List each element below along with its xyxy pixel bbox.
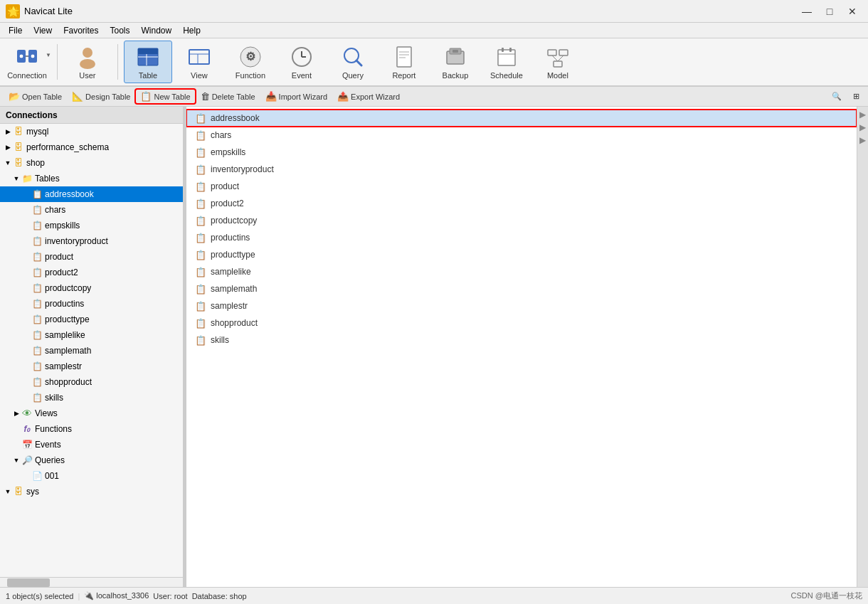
table-row-samplestr[interactable]: 📋 samplestr	[186, 297, 857, 314]
samplemath-icon: 📋	[31, 345, 43, 356]
sidebar-item-inventoryproduct[interactable]: 📋 inventoryproduct	[0, 233, 183, 249]
user-button[interactable]: User	[63, 41, 112, 83]
new-table-button[interactable]: 📋 New Table	[136, 90, 194, 103]
connection-icon	[14, 44, 40, 70]
table-row-samplemath[interactable]: 📋 samplemath	[186, 280, 857, 297]
user-icon	[75, 44, 100, 70]
model-button[interactable]: Model	[534, 41, 582, 83]
query-button[interactable]: Query	[329, 41, 377, 83]
sidebar-item-productins[interactable]: 📋 productins	[0, 296, 183, 312]
expand-shop[interactable]: ▼	[3, 158, 13, 168]
expand-mysql[interactable]: ▶	[3, 127, 13, 137]
menu-favorites[interactable]: Favorites	[58, 24, 104, 37]
function-button[interactable]: ⚙ Function	[226, 41, 275, 83]
table-row-producttype[interactable]: 📋 producttype	[186, 246, 857, 263]
productcopy-label: productcopy	[45, 283, 91, 293]
table-row-productins[interactable]: 📋 productins	[186, 229, 857, 246]
sidebar-item-product2[interactable]: 📋 product2	[0, 265, 183, 280]
expand-performance-schema[interactable]: ▶	[3, 142, 13, 152]
sidebar-item-001[interactable]: 📄 001	[0, 468, 183, 484]
delete-table-button[interactable]: 🗑 Delete Table	[196, 90, 260, 103]
sidebar-item-tables[interactable]: ▼ 📁 Tables	[0, 171, 183, 186]
table-row-product[interactable]: 📋 product	[186, 178, 857, 195]
skills-icon: 📋	[31, 392, 43, 403]
open-table-button[interactable]: 📂 Open Table	[4, 90, 66, 103]
event-button[interactable]: Event	[277, 41, 326, 83]
search-button[interactable]: 🔍	[827, 90, 846, 102]
connection-toolbar-btn[interactable]: Connection	[6, 41, 48, 83]
table-row-product2[interactable]: 📋 product2	[186, 195, 857, 212]
sidebar-item-addressbook[interactable]: 📋 addressbook	[0, 186, 183, 202]
sidebar-tree: ▶ 🗄 mysql ▶ 🗄 performance_schema ▼ 🗄 sho…	[0, 124, 183, 577]
connection-arrow[interactable]: ▼	[46, 52, 51, 58]
sidebar-item-shopproduct[interactable]: 📋 shopproduct	[0, 374, 183, 390]
sidebar-item-samplelike[interactable]: 📋 samplelike	[0, 327, 183, 343]
close-button[interactable]: ✕	[842, 4, 862, 18]
menu-window[interactable]: Window	[136, 24, 178, 37]
design-table-button[interactable]: 📐 Design Table	[68, 90, 134, 103]
grid-view-button[interactable]: ⊞	[849, 90, 864, 102]
content-area: 📋 addressbook 📋 chars 📋 empskills 📋 inve…	[186, 107, 857, 587]
menu-help[interactable]: Help	[177, 24, 206, 37]
productins-icon: 📋	[31, 298, 43, 309]
sidebar-item-queries[interactable]: ▼ 🔎 Queries	[0, 452, 183, 468]
minimize-button[interactable]: —	[797, 4, 817, 18]
action-bar: 📂 Open Table 📐 Design Table 📋 New Table …	[0, 87, 868, 107]
expand-tables[interactable]: ▼	[11, 174, 21, 184]
connection-button[interactable]: Connection ▼	[6, 41, 51, 83]
menu-view[interactable]: View	[28, 24, 58, 37]
inventoryproduct-icon: 📋	[31, 235, 43, 247]
window-controls[interactable]: — □ ✕	[797, 4, 862, 18]
sidebar-item-views[interactable]: ▶ 👁 Views	[0, 406, 183, 421]
table-row-shopproduct[interactable]: 📋 shopproduct	[186, 314, 857, 332]
productcopy-icon: 📋	[31, 282, 43, 294]
sidebar-item-events[interactable]: 📅 Events	[0, 437, 183, 452]
menu-file[interactable]: File	[3, 24, 28, 37]
sidebar-hscroll[interactable]	[0, 577, 183, 587]
expand-inventoryproduct[interactable]	[21, 236, 31, 246]
expand-chars[interactable]	[21, 205, 31, 215]
sidebar-item-shop[interactable]: ▼ 🗄 shop	[0, 155, 183, 171]
right-panel-icon-2[interactable]: ▶	[859, 122, 866, 132]
schedule-button[interactable]: Schedule	[482, 41, 531, 83]
report-button[interactable]: Report	[380, 41, 428, 83]
table-row-addressbook[interactable]: 📋 addressbook	[186, 110, 857, 127]
import-wizard-button[interactable]: 📥 Import Wizard	[261, 90, 332, 103]
functions-label: Functions	[35, 424, 72, 434]
sidebar-item-mysql[interactable]: ▶ 🗄 mysql	[0, 124, 183, 139]
sidebar-item-performance-schema[interactable]: ▶ 🗄 performance_schema	[0, 139, 183, 155]
sidebar-item-productcopy[interactable]: 📋 productcopy	[0, 280, 183, 296]
table-row-empskills[interactable]: 📋 empskills	[186, 144, 857, 161]
sidebar-item-functions[interactable]: f₀ Functions	[0, 421, 183, 437]
table-row-inventoryproduct[interactable]: 📋 inventoryproduct	[186, 161, 857, 178]
menu-tools[interactable]: Tools	[105, 24, 136, 37]
sidebar-item-producttype[interactable]: 📋 producttype	[0, 312, 183, 327]
sidebar-item-product[interactable]: 📋 product	[0, 249, 183, 265]
view-button[interactable]: View	[175, 41, 223, 83]
table-button[interactable]: Table	[124, 41, 172, 83]
table-row-skills[interactable]: 📋 skills	[186, 332, 857, 349]
table-row-productcopy[interactable]: 📋 productcopy	[186, 212, 857, 229]
sidebar-item-samplestr[interactable]: 📋 samplestr	[0, 359, 183, 374]
backup-button[interactable]: Backup	[431, 41, 480, 83]
right-panel-icon-3[interactable]: ▶	[859, 135, 866, 145]
maximize-button[interactable]: □	[820, 4, 840, 18]
export-wizard-button[interactable]: 📤 Export Wizard	[333, 90, 404, 103]
expand-empskills[interactable]	[21, 221, 31, 231]
sidebar-item-sys[interactable]: ▼ 🗄 sys	[0, 484, 183, 499]
svg-line-36	[558, 55, 563, 61]
expand-addressbook[interactable]	[21, 189, 31, 199]
sidebar-item-skills[interactable]: 📋 skills	[0, 390, 183, 406]
productins-content-label: productins	[211, 233, 250, 243]
empskills-content-icon: 📋	[195, 147, 206, 158]
sidebar-item-chars[interactable]: 📋 chars	[0, 202, 183, 218]
sidebar-item-empskills[interactable]: 📋 empskills	[0, 218, 183, 233]
table-row-samplelike[interactable]: 📋 samplelike	[186, 263, 857, 280]
svg-point-4	[31, 54, 35, 58]
right-panel-icon-1[interactable]: ▶	[859, 110, 866, 120]
sys-icon: 🗄	[13, 486, 24, 497]
sidebar-item-samplemath[interactable]: 📋 samplemath	[0, 343, 183, 359]
table-row-chars[interactable]: 📋 chars	[186, 127, 857, 144]
samplelike-icon: 📋	[31, 329, 43, 341]
mysql-db-icon: 🗄	[13, 126, 24, 137]
